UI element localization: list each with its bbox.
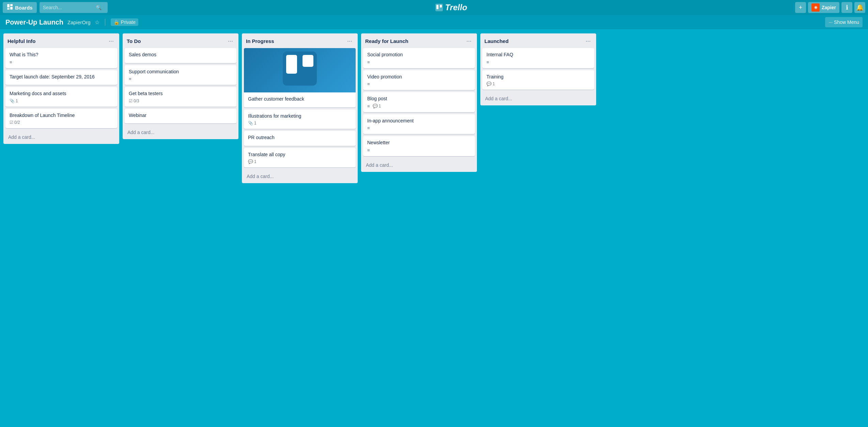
add-button[interactable]: +: [795, 2, 806, 13]
list-in-progress: In Progress··· Gather customer feedbackI…: [242, 33, 358, 183]
card[interactable]: In-app announcement≡: [363, 114, 475, 134]
lock-icon: 🔒: [113, 19, 119, 25]
header-right: ··· Show Menu: [825, 17, 863, 27]
card-title: Marketing docs and assets: [10, 90, 113, 97]
add-card-button[interactable]: Add a card...: [5, 132, 117, 142]
card-meta: ≡: [10, 60, 113, 65]
card[interactable]: Illustrations for marketing📎1: [244, 109, 356, 129]
card[interactable]: Newsletter≡: [363, 136, 475, 156]
star-icon[interactable]: ☆: [95, 19, 99, 26]
list-title-helpful-info: Helpful Info: [7, 38, 36, 44]
card[interactable]: PR outreach: [244, 131, 356, 146]
list-title-in-progress: In Progress: [246, 38, 274, 44]
boards-button[interactable]: Boards: [3, 2, 37, 13]
add-card-button[interactable]: Add a card...: [244, 172, 356, 181]
list-menu-button-ready-for-launch[interactable]: ···: [465, 37, 473, 45]
svg-rect-0: [7, 4, 10, 8]
card[interactable]: Video promotion≡: [363, 70, 475, 90]
list-launched: Launched···Internal FAQ≡Training💬1Add a …: [480, 33, 596, 105]
card-description-icon: ≡: [129, 76, 131, 82]
card[interactable]: Sales demos: [125, 48, 236, 63]
list-menu-button-helpful-info[interactable]: ···: [107, 37, 115, 45]
list-header-launched: Launched···: [480, 33, 596, 48]
search-input[interactable]: [43, 5, 96, 10]
list-menu-button-to-do[interactable]: ···: [227, 37, 234, 45]
list-footer-launched: Add a card...: [480, 92, 596, 105]
list-ready-for-launch: Ready for Launch···Social promotion≡Vide…: [361, 33, 477, 172]
card[interactable]: What is This?≡: [5, 48, 117, 68]
card[interactable]: Gather customer feedback: [244, 48, 356, 107]
card[interactable]: Breakdown of Launch Timeline☑0/2: [5, 109, 117, 129]
list-header-to-do: To Do···: [123, 33, 238, 48]
card[interactable]: Webinar: [125, 109, 236, 124]
card-title: Blog post: [367, 95, 471, 102]
card[interactable]: Get beta testers☑0/3: [125, 87, 236, 107]
list-footer-to-do: Add a card...: [123, 126, 238, 139]
card-meta: ≡💬1: [367, 104, 471, 109]
svg-rect-2: [10, 7, 13, 10]
card-title: Target launch date: September 29, 2016: [10, 74, 113, 80]
board-content: Helpful Info···What is This?≡Target laun…: [0, 29, 868, 426]
list-helpful-info: Helpful Info···What is This?≡Target laun…: [3, 33, 119, 144]
card-title: Training: [486, 74, 590, 80]
card-meta: 💬1: [248, 159, 352, 164]
card-title: Get beta testers: [129, 90, 232, 97]
add-card-button[interactable]: Add a card...: [363, 160, 475, 170]
show-menu-button[interactable]: ··· Show Menu: [825, 17, 863, 27]
card-meta: ≡: [129, 76, 232, 82]
card-comments: 💬1: [248, 159, 257, 164]
top-nav: Boards 🔍 Trello + ✳ Zapier ℹ 🔔: [0, 0, 868, 15]
info-button[interactable]: ℹ: [841, 2, 852, 13]
card[interactable]: Social promotion≡: [363, 48, 475, 68]
search-icon: 🔍: [96, 5, 102, 10]
card-meta: ≡: [486, 60, 590, 65]
card-description-icon: ≡: [367, 82, 370, 87]
list-body-in-progress: Gather customer feedbackIllustrations fo…: [242, 48, 358, 170]
svg-rect-5: [436, 5, 438, 9]
card-description-icon: ≡: [367, 104, 370, 109]
svg-rect-10: [286, 55, 297, 74]
card-meta: ≡: [367, 60, 471, 65]
list-to-do: To Do···Sales demosSupport communication…: [123, 33, 238, 139]
zapier-label: Zapier: [822, 5, 836, 10]
list-footer-helpful-info: Add a card...: [3, 130, 119, 144]
svg-text:✳: ✳: [813, 5, 817, 10]
card[interactable]: Blog post≡💬1: [363, 92, 475, 112]
list-menu-button-in-progress[interactable]: ···: [346, 37, 354, 45]
card[interactable]: Marketing docs and assets📎1: [5, 87, 117, 107]
card[interactable]: Translate all copy💬1: [244, 148, 356, 168]
card-meta: 📎1: [10, 99, 113, 103]
list-body-to-do: Sales demosSupport communication≡Get bet…: [123, 48, 238, 126]
nav-center: Trello: [110, 3, 792, 12]
list-header-helpful-info: Helpful Info···: [3, 33, 119, 48]
add-card-button[interactable]: Add a card...: [125, 128, 236, 137]
card-checklist: ☑0/3: [129, 99, 139, 103]
card-title: Breakdown of Launch Timeline: [10, 112, 113, 119]
card[interactable]: Support communication≡: [125, 65, 236, 85]
card-description-icon: ≡: [10, 60, 12, 65]
list-menu-button-launched[interactable]: ···: [584, 37, 592, 45]
svg-rect-3: [7, 8, 10, 10]
card-checklist: ☑0/2: [10, 120, 20, 125]
card-comments: 💬1: [373, 104, 381, 108]
card-description-icon: ≡: [486, 60, 489, 65]
list-title-launched: Launched: [484, 38, 509, 44]
card-title: In-app announcement: [367, 118, 471, 124]
privacy-button[interactable]: 🔒 Private: [111, 18, 139, 26]
add-card-button[interactable]: Add a card...: [482, 94, 594, 103]
zapier-button[interactable]: ✳ Zapier: [808, 2, 839, 13]
card-meta: 💬1: [486, 82, 590, 86]
card[interactable]: Internal FAQ≡: [482, 48, 594, 68]
card-meta: ≡: [367, 126, 471, 131]
card[interactable]: Target launch date: September 29, 2016: [5, 70, 117, 85]
header-divider: [105, 19, 105, 26]
card-title: Internal FAQ: [486, 51, 590, 58]
card-comments: 💬1: [486, 82, 495, 86]
show-menu-label: Show Menu: [834, 19, 859, 25]
card[interactable]: Training💬1: [482, 70, 594, 90]
notification-button[interactable]: 🔔: [854, 2, 865, 13]
card-meta: 📎1: [248, 121, 352, 126]
board-title: Power-Up Launch: [5, 18, 63, 26]
svg-rect-6: [440, 5, 442, 8]
card-description-icon: ≡: [367, 126, 370, 131]
